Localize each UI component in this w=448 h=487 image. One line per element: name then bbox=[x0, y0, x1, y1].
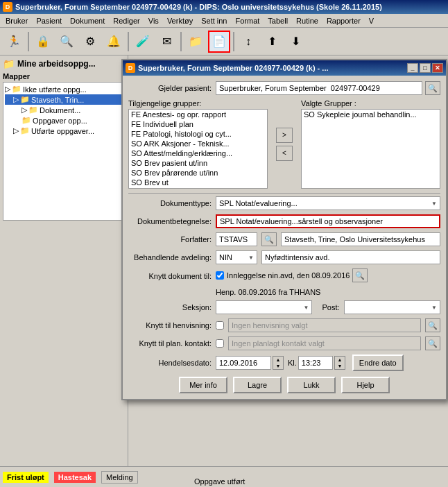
lagre-button[interactable]: Lagre bbox=[233, 377, 282, 393]
knytt-henvisning-checkbox[interactable] bbox=[216, 321, 224, 330]
settings-button[interactable]: ⚙ bbox=[79, 31, 101, 53]
available-group-item-5[interactable]: SO Brev pasient ut/inn bbox=[129, 158, 267, 168]
status-bar: Frist uløpt Hastesak Melding Oppgave utf… bbox=[0, 466, 448, 487]
knytt-checkbox[interactable] bbox=[216, 271, 224, 280]
available-group-item-8[interactable]: SO Henvisninger inn bbox=[129, 187, 267, 189]
post-select[interactable]: ▼ bbox=[344, 300, 440, 314]
transfer-right-button[interactable]: > bbox=[276, 128, 293, 143]
transfer-left-button[interactable]: < bbox=[276, 146, 293, 161]
selected-groups-box: Valgte Grupper : SO Sykepleie journal be… bbox=[301, 99, 440, 189]
tree-item-2[interactable]: ▷ 📁 Dokument... bbox=[5, 105, 123, 115]
spin-down-icon[interactable]: ▼ bbox=[273, 363, 283, 369]
arrows-button[interactable]: ↕ bbox=[237, 31, 259, 53]
app-icon: D bbox=[3, 2, 12, 12]
menu-pasient[interactable]: Pasient bbox=[32, 15, 66, 26]
mail-button[interactable]: ✉ bbox=[155, 31, 178, 53]
dokumenttype-select[interactable]: SPL Notat/evaluering... ▼ bbox=[216, 196, 440, 210]
dialog-close-button[interactable]: ✕ bbox=[432, 63, 443, 73]
kl-spin-up-icon[interactable]: ▲ bbox=[335, 357, 345, 363]
knytt-value: Innleggelse nin.avd, den 08.09.2016 bbox=[227, 271, 350, 280]
run-button[interactable]: 🏃 bbox=[3, 31, 25, 53]
toolbar-separator-2 bbox=[128, 32, 129, 51]
mer-info-button[interactable]: Mer info bbox=[179, 377, 227, 393]
dialog-maximize-button[interactable]: □ bbox=[420, 63, 431, 73]
hjelp-button[interactable]: Hjelp bbox=[341, 377, 390, 393]
spin-up-icon[interactable]: ▲ bbox=[273, 357, 283, 363]
kl-input[interactable] bbox=[298, 356, 333, 370]
knytt-plan-checkbox[interactable] bbox=[216, 339, 224, 348]
knytt-search-button[interactable]: 🔍 bbox=[352, 268, 368, 282]
bell-button[interactable]: 🔔 bbox=[103, 31, 125, 53]
tree-expand-4: ▷ bbox=[13, 126, 19, 135]
tree-label-1: Stavseth, Trin... bbox=[31, 96, 84, 104]
forfatter-search-button[interactable]: 🔍 bbox=[261, 232, 277, 246]
dialog-minimize-button[interactable]: _ bbox=[407, 63, 418, 73]
oppgave-utfort-label: Oppgave utført bbox=[194, 477, 245, 486]
folder-button[interactable]: 📁 bbox=[184, 31, 207, 53]
knytt-henvisning-search-button[interactable]: 🔍 bbox=[425, 318, 440, 332]
tree-folder-icon-4: 📁 bbox=[20, 126, 30, 135]
document-button[interactable]: 📄 bbox=[208, 31, 230, 53]
flask-button[interactable]: 🧪 bbox=[132, 31, 154, 53]
tree-item-0[interactable]: ▷ 📁 Ikke utførte oppg... bbox=[5, 84, 123, 94]
menu-tabell[interactable]: Tabell bbox=[264, 15, 292, 26]
behandlende-avd-name-input[interactable] bbox=[261, 250, 440, 264]
post-label: Post: bbox=[322, 303, 339, 311]
available-group-item-6[interactable]: SO Brev pårørende ut/inn bbox=[129, 168, 267, 178]
available-group-item-1[interactable]: FE Individuell plan bbox=[129, 119, 267, 129]
title-bar: D Superbruker, Forum September 024977-00… bbox=[0, 0, 448, 14]
menu-dokument[interactable]: Dokument bbox=[66, 15, 109, 26]
menu-format[interactable]: Format bbox=[231, 15, 264, 26]
gjelder-pasient-search-button[interactable]: 🔍 bbox=[425, 81, 440, 95]
menu-vis[interactable]: Vis bbox=[144, 15, 163, 26]
dokumenttype-label: Dokumenttype: bbox=[128, 199, 212, 207]
hendelsesdato-spin[interactable]: ▲ ▼ bbox=[273, 356, 284, 370]
available-group-item-3[interactable]: SO ARK Aksjoner - Teknisk... bbox=[129, 139, 267, 148]
lukk-button[interactable]: Lukk bbox=[287, 377, 336, 393]
available-group-item-4[interactable]: SO Attest/melding/erklæring... bbox=[129, 148, 267, 158]
available-group-item-7[interactable]: SO Brev ut bbox=[129, 178, 267, 187]
selected-groups-list[interactable]: SO Sykepleie journal behandlin... bbox=[301, 109, 440, 189]
menu-bruker[interactable]: Bruker bbox=[1, 15, 32, 26]
tree-view: ▷ 📁 Ikke utførte oppg... ▷ 📁 Stavseth, T… bbox=[3, 82, 125, 221]
dokumentbetegnelse-input[interactable] bbox=[216, 214, 440, 228]
available-group-item-0[interactable]: FE Anestesi- og opr. rapport bbox=[129, 110, 267, 119]
menu-verktoy[interactable]: Verktøy bbox=[163, 15, 197, 26]
tree-item-1[interactable]: ▷ 📁 Stavseth, Trin... bbox=[5, 94, 123, 105]
forfatter-code-input[interactable] bbox=[216, 232, 257, 246]
available-groups-list[interactable]: FE Anestesi- og opr. rapport FE Individu… bbox=[128, 109, 268, 189]
endre-dato-button[interactable]: Endre dato bbox=[352, 354, 404, 371]
dokumenttype-row: Dokumenttype: SPL Notat/evaluering... ▼ bbox=[128, 196, 440, 210]
henp-value: Henp. 08.09.2016 fra THHANS bbox=[216, 288, 320, 296]
forfatter-row: Forfatter: 🔍 bbox=[128, 232, 440, 246]
selected-group-item-0[interactable]: SO Sykepleie journal behandlin... bbox=[302, 110, 440, 119]
menu-rutine[interactable]: Rutine bbox=[292, 15, 322, 26]
gjelder-pasient-label: Gjelder pasient: bbox=[128, 84, 212, 92]
menu-rapporter[interactable]: Rapporter bbox=[322, 15, 365, 26]
available-group-item-2[interactable]: FE Patologi, histologi og cyt... bbox=[129, 129, 267, 139]
menu-v[interactable]: V bbox=[365, 15, 378, 26]
up-arrow-button[interactable]: ⬆ bbox=[261, 31, 283, 53]
hendelsesdato-input[interactable] bbox=[216, 356, 271, 370]
seksjon-select[interactable]: ▼ bbox=[216, 300, 312, 314]
toolbar-separator-1 bbox=[28, 32, 29, 51]
menu-sett-inn[interactable]: Sett inn bbox=[197, 15, 231, 26]
dialog-title-text: Superbruker, Forum September 024977-0042… bbox=[138, 64, 329, 72]
gjelder-pasient-input[interactable] bbox=[216, 81, 422, 95]
kl-spin[interactable]: ▲ ▼ bbox=[334, 356, 345, 370]
gjelder-pasient-row: Gjelder pasient: 🔍 bbox=[128, 81, 440, 95]
down-arrow-button[interactable]: ⬇ bbox=[284, 31, 307, 53]
henp-row: Henp. 08.09.2016 fra THHANS bbox=[128, 288, 440, 296]
panel-title: 📁 Mine arbeidsoppg... bbox=[3, 58, 125, 69]
forfatter-name-input[interactable] bbox=[281, 232, 440, 246]
dialog-title-bar: D Superbruker, Forum September 024977-00… bbox=[123, 60, 446, 76]
lock-button[interactable]: 🔒 bbox=[32, 31, 54, 53]
kl-spin-down-icon[interactable]: ▼ bbox=[335, 363, 345, 369]
knytt-plan-row: Knytt til plan. kontakt: 🔍 bbox=[128, 336, 440, 350]
menu-rediger[interactable]: Rediger bbox=[109, 15, 144, 26]
tree-item-3[interactable]: 📁 Oppgaver opp... bbox=[5, 115, 123, 126]
search-button[interactable]: 🔍 bbox=[55, 31, 78, 53]
knytt-plan-search-button[interactable]: 🔍 bbox=[425, 336, 440, 350]
behandlende-avd-select[interactable]: NIN ▼ bbox=[216, 250, 257, 264]
tree-item-4[interactable]: ▷ 📁 Utførte oppgaver... bbox=[5, 126, 123, 136]
